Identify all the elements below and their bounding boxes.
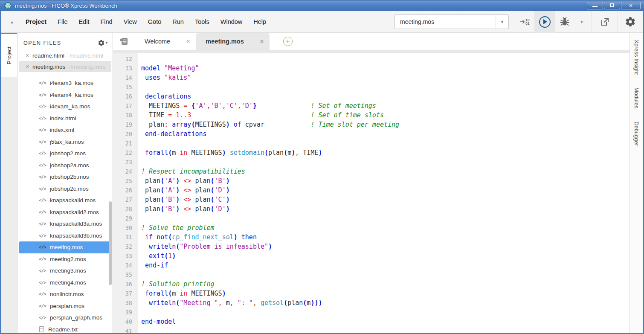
right-panel-strip: Xpress InsightModulesDebugger [629, 33, 643, 333]
settings-button[interactable] [618, 11, 643, 33]
right-panel-tab-modules[interactable]: Modules [633, 87, 640, 108]
tree-item[interactable]: </>meeting2.mos [19, 253, 111, 265]
maximize-button[interactable] [604, 2, 620, 9]
code-line: 40end-model [113, 317, 629, 326]
chevron-down-icon[interactable]: ▾ [496, 15, 508, 29]
menu-item-edit[interactable]: Edit [73, 11, 95, 33]
project-panel-tab[interactable]: Project [1, 33, 17, 77]
tree-item[interactable]: </>persplan.mos [19, 300, 111, 312]
run-target-combobox[interactable]: meeting.mos ▾ [395, 15, 509, 29]
project-sidebar: OPEN FILES ▾ ×readme.html- /readme.html×… [17, 33, 113, 333]
code-text [138, 54, 141, 64]
tree-item-label: persplan_graph.mos [50, 314, 102, 321]
close-file-icon[interactable]: × [23, 52, 32, 59]
tree-item[interactable]: </>knapsackalld2.mos [19, 206, 111, 218]
deploy-button[interactable] [592, 11, 618, 33]
menu-item-project[interactable]: Project [20, 11, 52, 33]
tree-item[interactable]: </>jobshop2b.mos [19, 171, 111, 183]
code-text: end-if [138, 261, 168, 270]
new-tab-button[interactable]: + [283, 37, 293, 46]
code-line: 16 declarations [113, 92, 629, 101]
tree-item[interactable]: </>jobshop2a.mos [19, 160, 111, 171]
menu-item-goto[interactable]: Goto [142, 11, 167, 33]
open-file-item[interactable]: ×meeting.mos- /meeting.mos [19, 61, 111, 72]
tree-item[interactable]: </>jobshop2c.mos [19, 183, 111, 195]
fico-xpress-logo-icon [4, 2, 12, 9]
tree-item[interactable]: </>i4exam4_ka.mos [19, 89, 111, 101]
code-line: 14 uses "kalis" [113, 73, 629, 82]
tree-item[interactable]: </>meeting4.mos [19, 277, 111, 289]
code-line: 39 [113, 308, 629, 317]
tree-item[interactable]: </>j5tax_ka.mos [19, 136, 111, 148]
tree-item-label: meeting.mos [50, 244, 83, 250]
tree-item-label: meeting4.mos [50, 279, 86, 286]
tree-item[interactable]: </>persplan_graph.mos [19, 312, 111, 324]
app-window: meeting.mos - FICO® Xpress Workbench ✕ ▲… [0, 0, 644, 334]
close-tab-icon[interactable]: × [260, 38, 264, 45]
menu-item-help[interactable]: Help [248, 11, 272, 33]
sidebar-scrollbar-thumb[interactable] [109, 201, 112, 285]
left-panel-strip: Project [1, 33, 17, 333]
minimize-button[interactable] [587, 2, 603, 9]
menu-item-find[interactable]: Find [95, 11, 118, 33]
debug-button[interactable] [555, 11, 574, 33]
code-text [138, 308, 141, 317]
tree-item-label: knapsackalld3a.mos [50, 221, 102, 227]
tree-item-label: knapsackalld.mos [50, 197, 96, 203]
right-panel-tab-xpress-insight[interactable]: Xpress Insight [633, 40, 640, 75]
code-file-icon: </> [39, 127, 46, 133]
tree-item[interactable]: </>index.html [19, 113, 111, 125]
tree-item-label: i4exam_ka.mos [50, 103, 90, 110]
tree-item[interactable]: </>jobshop2.mos [19, 148, 111, 160]
tree-item[interactable]: </>knapsackalld3b.mos [19, 230, 111, 242]
tree-item[interactable]: </>knapsackalld.mos [19, 195, 111, 206]
menu-item-tools[interactable]: Tools [189, 11, 215, 33]
line-number: 23 [113, 157, 138, 167]
menu-item-view[interactable]: View [118, 11, 142, 33]
right-panel-tab-debugger[interactable]: Debugger [633, 122, 640, 146]
close-tab-icon[interactable]: × [186, 38, 190, 45]
open-file-name: readme.html [32, 52, 64, 59]
collapse-toolbar-icon[interactable]: ▲ [1, 20, 20, 24]
compile-icon: ➔ 10 01 [519, 18, 529, 26]
tree-item[interactable]: </>knapsackalld3a.mos [19, 218, 111, 230]
open-files-title: OPEN FILES [23, 40, 98, 46]
line-number: 18 [113, 110, 138, 120]
line-number: 31 [113, 232, 138, 242]
editor-tab-meeting-mos[interactable]: meeting.mos× [196, 33, 270, 50]
tree-item[interactable]: </>i4exam3_ka.mos [19, 77, 111, 89]
menu-item-file[interactable]: File [52, 11, 73, 33]
code-editor[interactable]: 1213model "Meeting"14 uses "kalis"1516 d… [113, 53, 629, 333]
tree-item[interactable]: </>i4exam_ka.mos [19, 101, 111, 113]
tree-item[interactable]: </>meeting3.mos [19, 265, 111, 277]
open-file-path: - /readme.html [66, 52, 103, 59]
close-file-icon[interactable]: × [23, 63, 32, 70]
open-file-item[interactable]: ×readme.html- /readme.html [19, 50, 111, 61]
code-file-icon: </> [39, 186, 46, 192]
tree-item[interactable]: Readme.txt [19, 324, 111, 333]
code-text: plan: array(MEETINGS) of cpvar ! Time sl… [138, 120, 399, 129]
document-icon [39, 326, 44, 332]
tree-item[interactable]: </>meeting.mos [19, 241, 111, 253]
editor-tab-welcome[interactable]: Welcome× [135, 33, 196, 50]
menu-item-window[interactable]: Window [215, 11, 248, 33]
close-button[interactable]: ✕ [621, 2, 641, 9]
tree-item[interactable]: </>nonlinctr.mos [19, 288, 111, 300]
compile-button[interactable]: ➔ 10 01 [515, 11, 534, 33]
tree-item-label: meeting3.mos [50, 267, 86, 274]
code-line: 30! Solve the problem [113, 223, 629, 232]
project-panel-tab-label: Project [6, 46, 12, 64]
titlebar: meeting.mos - FICO® Xpress Workbench ✕ [0, 0, 644, 11]
menu-item-run[interactable]: Run [167, 11, 189, 33]
code-text: if not(cp_find_next_sol) then [138, 232, 257, 242]
tree-item-label: Readme.txt [48, 326, 78, 333]
tree-item-label: j5tax_ka.mos [50, 139, 84, 145]
tree-item[interactable]: </>index.xml [19, 124, 111, 136]
debug-options-dropdown[interactable]: ▾ [574, 11, 589, 33]
minimize-icon [592, 6, 598, 7]
line-number: 15 [113, 82, 138, 92]
open-files-menu-button[interactable]: ▾ [98, 39, 107, 46]
run-button[interactable] [534, 11, 555, 33]
open-documents-list-icon[interactable] [118, 36, 129, 47]
line-number: 14 [113, 73, 138, 82]
